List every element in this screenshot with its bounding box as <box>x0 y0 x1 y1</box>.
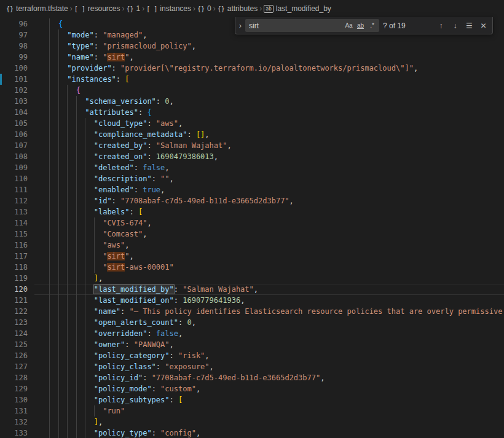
line-number[interactable]: 106 <box>0 129 28 140</box>
line-number[interactable]: 122 <box>0 306 28 317</box>
line-content: "aws", <box>41 240 504 251</box>
code-line[interactable]: 109 "deleted": false, <box>0 162 504 173</box>
line-number[interactable]: 130 <box>0 394 28 405</box>
code-line[interactable]: 108 "created_on": 1690479386013, <box>0 151 504 162</box>
code-line[interactable]: 101 "instances": [ <box>0 74 504 85</box>
code-text: ], <box>41 274 103 283</box>
line-number[interactable]: 123 <box>0 317 28 328</box>
token: : <box>178 318 187 327</box>
code-line[interactable]: 128 "policy_id": "7708abaf-c7d5-49ed-b11… <box>0 372 504 383</box>
code-line[interactable]: 98 "type": "prismacloud_policy", <box>0 41 504 52</box>
line-number[interactable]: 109 <box>0 162 28 173</box>
code-text: "policy_id": "7708abaf-c7d5-49ed-b11d-e3… <box>41 373 325 382</box>
close-button[interactable]: ✕ <box>477 20 490 32</box>
code-line[interactable]: 120 "last_modified_by": "Salman Wajahat"… <box>0 284 504 295</box>
breadcrumb-item-resources[interactable]: [ ]resources <box>74 4 120 13</box>
line-number[interactable]: 115 <box>0 229 28 240</box>
code-line[interactable]: 105 "cloud_type": "aws", <box>0 118 504 129</box>
code-line[interactable]: 115 "Comcast", <box>0 229 504 240</box>
code-line[interactable]: 112 "id": "7708abaf-c7d5-49ed-b11d-e3665… <box>0 195 504 206</box>
code-line[interactable]: 125 "owner": "PANWQA", <box>0 339 504 350</box>
line-number[interactable]: 104 <box>0 107 28 118</box>
line-number[interactable]: 114 <box>0 217 28 229</box>
code-line[interactable]: 102 { <box>0 85 504 96</box>
line-number[interactable]: 105 <box>0 118 28 129</box>
line-number[interactable]: 119 <box>0 273 28 284</box>
line-number[interactable]: 103 <box>0 96 28 107</box>
breadcrumb-item-last_modified_by[interactable]: ablast_modified_by <box>264 4 331 13</box>
next-match-button[interactable]: ↓ <box>449 20 462 32</box>
code-line[interactable]: 123 "open_alerts_count": 0, <box>0 317 504 328</box>
code-line[interactable]: 130 "policy_subtypes": [ <box>0 394 504 405</box>
breadcrumb-item-0[interactable]: {}0 <box>197 4 211 13</box>
line-number[interactable]: 131 <box>0 405 28 416</box>
find-in-selection-button[interactable]: ☰ <box>463 20 476 32</box>
line-number[interactable]: 99 <box>0 52 28 63</box>
line-number[interactable]: 116 <box>0 240 28 251</box>
code-line[interactable]: 129 "policy_mode": "custom", <box>0 383 504 394</box>
code-line[interactable]: 122 "name": "– This policy identifies El… <box>0 306 504 317</box>
line-number[interactable]: 97 <box>0 29 28 41</box>
line-number[interactable]: 126 <box>0 350 28 361</box>
breadcrumb-item-instances[interactable]: [ ]instances <box>146 4 191 13</box>
line-number[interactable]: 112 <box>0 195 28 206</box>
line-number[interactable]: 121 <box>0 295 28 306</box>
code-line[interactable]: 111 "enabled": true, <box>0 184 504 195</box>
line-number[interactable]: 108 <box>0 151 28 162</box>
previous-match-button[interactable]: ↑ <box>435 20 447 32</box>
code-line[interactable]: 117 "sirt", <box>0 251 504 262</box>
line-number[interactable]: 128 <box>0 372 28 383</box>
line-number[interactable]: 98 <box>0 41 28 52</box>
token: "name" <box>67 53 93 61</box>
breadcrumb-item-1[interactable]: {}1 <box>127 4 141 13</box>
line-number[interactable]: 120 <box>0 284 28 295</box>
code-line[interactable]: 131 "run" <box>0 405 504 416</box>
line-number[interactable]: 129 <box>0 383 28 394</box>
code-line[interactable]: 132 ], <box>0 416 504 428</box>
whole-word-button[interactable]: ab <box>355 20 366 31</box>
code-line[interactable]: 121 "last_modified_on": 1690779641936, <box>0 295 504 306</box>
line-number[interactable]: 117 <box>0 251 28 262</box>
line-number[interactable]: 125 <box>0 339 28 350</box>
line-number[interactable]: 132 <box>0 416 28 428</box>
code-line[interactable]: 106 "compliance_metadata": [], <box>0 129 504 140</box>
code-text: "policy_class": "exposure", <box>41 362 214 371</box>
code-line[interactable]: 104 "attributes": { <box>0 107 504 118</box>
line-number[interactable]: 111 <box>0 184 28 195</box>
line-number[interactable]: 102 <box>0 85 28 96</box>
line-number[interactable]: 101 <box>0 74 28 85</box>
breadcrumb-item-attributes[interactable]: {}attributes <box>218 4 258 13</box>
code-line[interactable]: 126 "policy_category": "risk", <box>0 350 504 361</box>
code-line[interactable]: 124 "overridden": false, <box>0 328 504 339</box>
code-line[interactable]: 100 "provider": "provider[\"registry.ter… <box>0 63 504 74</box>
line-number[interactable]: 110 <box>0 173 28 184</box>
line-number[interactable]: 124 <box>0 328 28 339</box>
regex-button[interactable]: .* <box>366 20 378 31</box>
line-number[interactable]: 96 <box>0 18 28 29</box>
code-line[interactable]: 114 "CVIS-674", <box>0 217 504 229</box>
code-line[interactable]: 103 "schema_version": 0, <box>0 96 504 107</box>
match-case-button[interactable]: Aa <box>343 20 355 31</box>
token: , <box>414 64 418 72</box>
code-line[interactable]: 119 ], <box>0 273 504 284</box>
line-number[interactable]: 127 <box>0 361 28 372</box>
code-line[interactable]: 107 "created_by": "Salman Wajahat", <box>0 140 504 151</box>
code-line[interactable]: 118 "sirt-aws-00001" <box>0 262 504 273</box>
token: : <box>156 362 165 371</box>
code-line[interactable]: 133 "policy_type": "config", <box>0 428 504 438</box>
code-editor: 96 {97 "mode": "managed",98 "type": "pri… <box>0 17 504 438</box>
code-line[interactable]: 113 "labels": [ <box>0 206 504 217</box>
line-number[interactable]: 107 <box>0 140 28 151</box>
find-input[interactable] <box>249 22 343 30</box>
line-number[interactable]: 118 <box>0 262 28 273</box>
breadcrumb-item-terraform.tfstate[interactable]: {}terraform.tfstate <box>6 4 68 13</box>
code-line[interactable]: 116 "aws", <box>0 240 504 251</box>
code-line[interactable]: 127 "policy_class": "exposure", <box>0 361 504 372</box>
token: : <box>112 197 120 205</box>
line-number[interactable]: 100 <box>0 63 28 74</box>
code-line[interactable]: 99 "name": "sirt", <box>0 52 504 63</box>
line-number[interactable]: 133 <box>0 428 28 438</box>
toggle-replace-icon[interactable]: › <box>235 17 245 34</box>
code-line[interactable]: 110 "description": "", <box>0 173 504 184</box>
line-number[interactable]: 113 <box>0 206 28 217</box>
